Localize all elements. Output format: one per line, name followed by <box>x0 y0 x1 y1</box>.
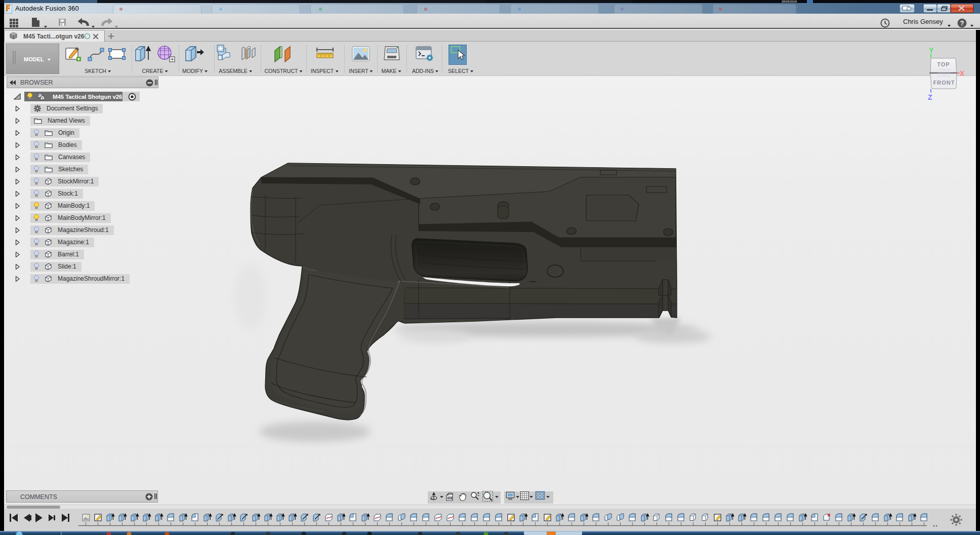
svg-text:X: X <box>960 69 964 78</box>
svg-text:Y: Y <box>929 46 934 54</box>
svg-text:?: ? <box>960 19 964 27</box>
svg-text:Z: Z <box>928 93 932 101</box>
svg-text:FRONT: FRONT <box>933 80 955 86</box>
svg-text:TOP: TOP <box>937 61 950 67</box>
